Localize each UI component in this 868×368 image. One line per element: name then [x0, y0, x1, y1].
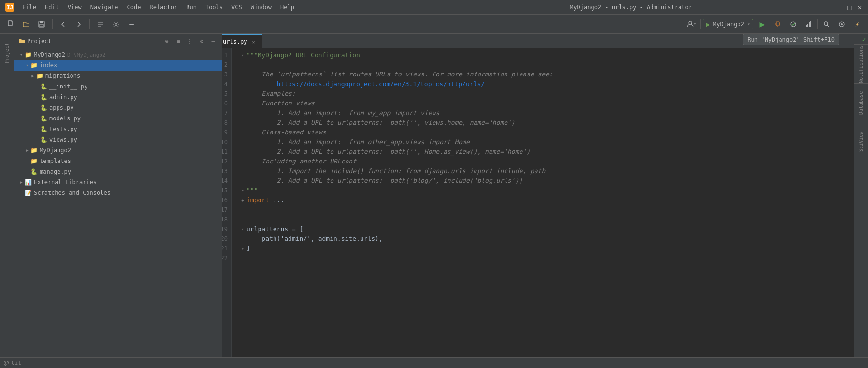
hide-sidebar-button[interactable]: —	[208, 36, 218, 46]
svg-rect-19	[807, 24, 808, 27]
project-tab[interactable]: Project	[0, 34, 14, 73]
tree-label-index: index	[40, 62, 57, 69]
code-line-7: 1. Add an import: from my_app import vie…	[240, 108, 854, 118]
structure-button[interactable]	[94, 17, 107, 31]
menu-tools[interactable]: Tools	[202, 3, 227, 12]
tree-item-manage[interactable]: ▶ 🐍 manage.py	[14, 166, 222, 177]
fold-19[interactable]: ▾	[240, 226, 246, 232]
tree-item-tests[interactable]: ▶ 🐍 tests.py	[14, 124, 222, 134]
tree-label-root: MyDjango2	[34, 51, 65, 58]
folder-icon-mydjango2-sub: 📁	[30, 147, 38, 154]
toolbar-nav	[57, 17, 86, 31]
save-all-button[interactable]	[35, 17, 48, 31]
menu-run[interactable]: Run	[182, 3, 201, 12]
settings2-button[interactable]	[835, 17, 849, 31]
menu-view[interactable]: View	[64, 3, 86, 12]
menu-navigate[interactable]: Navigate	[87, 3, 122, 12]
tree-label-ext-libs: External Libraries	[34, 179, 97, 186]
code-text-14: 2. Add a URL to urlpatterns: path('blog/…	[246, 176, 522, 186]
tree-item-scratches[interactable]: ▶ 📝 Scratches and Consoles	[14, 188, 222, 198]
new-file-button[interactable]	[4, 17, 17, 31]
toolbar-sep-2	[89, 19, 90, 29]
file-icon-models: 🐍	[40, 115, 47, 122]
branch-name: Git	[12, 360, 21, 366]
user-button[interactable]: ▾	[685, 17, 698, 31]
notifications-label: Notifications	[858, 45, 864, 83]
debug-button[interactable]	[771, 17, 784, 31]
toolbar: — ▾ ▶ MyDjango2 ▾ ▶	[0, 15, 868, 34]
tab-close-urls[interactable]: ✕	[250, 38, 257, 45]
code-line-15: ▾ """	[240, 186, 854, 195]
forward-button[interactable]	[72, 17, 86, 31]
code-line-10: 1. Add an import: from other_app.views i…	[240, 137, 854, 147]
menu-edit[interactable]: Edit	[41, 3, 63, 12]
menu-code[interactable]: Code	[123, 3, 145, 12]
tree-item-init[interactable]: ▶ 🐍 __init__.py	[14, 81, 222, 92]
coverage-button[interactable]	[786, 17, 800, 31]
code-content[interactable]: ▾ """MyDjango2 URL Configuration The `ur…	[232, 48, 854, 357]
database-tab[interactable]: Database	[854, 83, 868, 122]
titlebar: IJ File Edit View Navigate Code Refactor…	[0, 0, 868, 15]
status-ok-icon: ✓	[862, 35, 866, 43]
menu-help[interactable]: Help	[276, 3, 298, 12]
tree-arrow-mydjango2-sub: ▶	[24, 147, 30, 153]
gear-button[interactable]: ⚙	[197, 36, 206, 46]
status-branch[interactable]: Git	[4, 360, 21, 366]
svg-rect-11	[776, 22, 779, 26]
fold-1[interactable]: ▾	[240, 52, 246, 58]
open-button[interactable]	[19, 17, 33, 31]
fold-16[interactable]: +	[240, 197, 246, 203]
tree-item-root[interactable]: ▾ 📁 MyDjango2 D:\MyDjango2	[14, 49, 222, 60]
search-everywhere-button[interactable]	[820, 17, 833, 31]
project-panel-title: Project	[27, 38, 160, 44]
expand-options-button[interactable]: ⋮	[185, 36, 195, 46]
status-bar: Git	[0, 357, 868, 368]
menu-refactor[interactable]: Refactor	[145, 3, 181, 12]
run-button[interactable]: ▶	[755, 17, 769, 31]
menu-window[interactable]: Window	[247, 3, 275, 12]
run-config-label[interactable]: MyDjango2	[713, 21, 744, 28]
fold-21[interactable]: ▾	[240, 246, 246, 251]
sciview-tab[interactable]: SciView	[854, 122, 868, 161]
hide-panel-button[interactable]: —	[125, 17, 138, 31]
collapse-all-button[interactable]: ≡	[174, 36, 183, 46]
tree-item-mydjango2-sub[interactable]: ▶ 📁 MyDjango2	[14, 145, 222, 156]
add-file-button[interactable]: ⊕	[162, 36, 172, 46]
code-editor: 12345 678910 1112131415 1617181920 2122 …	[208, 48, 854, 357]
fold-15[interactable]: ▾	[240, 188, 246, 193]
run-config-container: ▶ MyDjango2 ▾	[703, 19, 754, 29]
settings-button[interactable]	[109, 17, 123, 31]
file-icon-tests: 🐍	[40, 125, 47, 133]
svg-point-9	[115, 23, 117, 25]
menu-file[interactable]: File	[18, 3, 40, 12]
tree-item-models[interactable]: ▶ 🐍 models.py	[14, 113, 222, 124]
menu-vcs[interactable]: VCS	[228, 3, 246, 12]
tree-label-init: __init__.py	[49, 83, 87, 90]
svg-text:IJ: IJ	[7, 4, 13, 11]
tree-item-admin[interactable]: ▶ 🐍 admin.py	[14, 92, 222, 103]
back-button[interactable]	[57, 17, 70, 31]
file-icon-init: 🐍	[40, 83, 47, 90]
close-button[interactable]: ✕	[856, 4, 863, 11]
code-text-15: """	[246, 186, 258, 195]
code-text-6: Function views	[246, 99, 315, 108]
branch-icon	[4, 360, 10, 366]
tree-item-migrations[interactable]: ▶ 📁 migrations	[14, 71, 222, 81]
svg-rect-21	[810, 21, 811, 27]
profile-button[interactable]	[802, 17, 815, 31]
editor-area: 🌐 urls.py ✕ 12345 678910 1112131415 1617…	[208, 34, 854, 357]
minimize-button[interactable]: —	[835, 4, 842, 11]
tree-item-ext-libs[interactable]: ▶ 📊 External Libraries	[14, 177, 222, 188]
tree-item-apps[interactable]: ▶ 🐍 apps.py	[14, 103, 222, 113]
code-text-21: ]	[246, 244, 250, 253]
svg-line-23	[827, 25, 829, 27]
tree-label-templates: templates	[40, 158, 71, 164]
tree-item-templates[interactable]: ▶ 📁 templates	[14, 156, 222, 166]
tree-item-views[interactable]: ▶ 🐍 views.py	[14, 134, 222, 145]
maximize-button[interactable]: □	[846, 4, 853, 11]
plugins-button[interactable]: ⚡	[851, 17, 864, 31]
tree-label-tests: tests.py	[49, 126, 77, 132]
tree-item-index[interactable]: ▾ 📁 index	[14, 60, 222, 71]
run-config-dropdown-icon[interactable]: ▾	[747, 21, 750, 27]
notifications-tab[interactable]: Notifications	[854, 44, 868, 83]
